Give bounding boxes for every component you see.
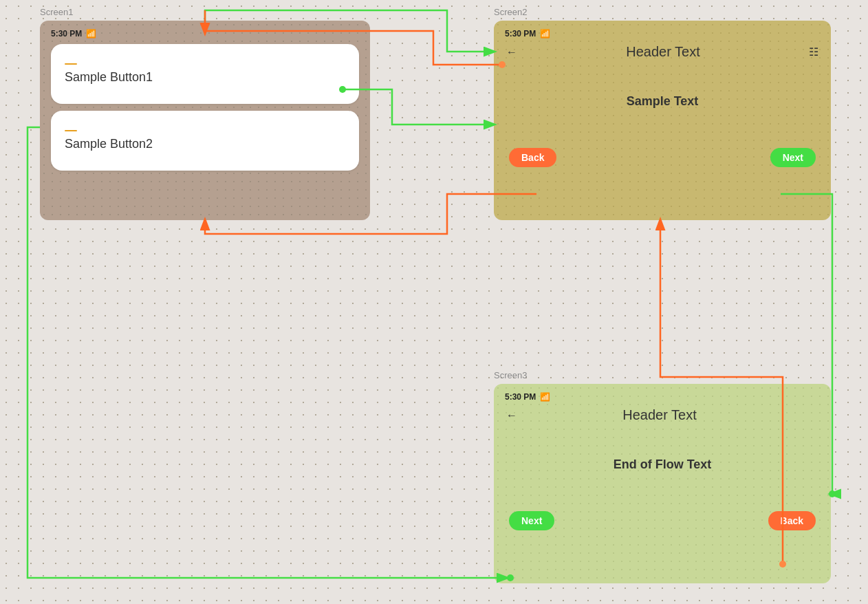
btn2-label: Sample Button2 xyxy=(65,137,345,151)
screen3-back-button[interactable]: Back xyxy=(768,511,816,530)
screen3-back-arrow-icon[interactable]: ← xyxy=(506,409,517,422)
screen1-wrapper: Screen1 5:30 PM 📶 Sample Button1 Sample … xyxy=(40,21,370,220)
screen2-grid-icon[interactable]: ☷ xyxy=(809,45,818,58)
screen3-next-button[interactable]: Next xyxy=(509,511,554,530)
screen2: 5:30 PM 📶 ← Header Text ☷ Sample Text Ba… xyxy=(494,21,831,220)
screen3: 5:30 PM 📶 ← Header Text End of Flow Text… xyxy=(494,384,831,583)
screen3-time: 5:30 PM xyxy=(505,392,536,402)
screen2-status-bar: 5:30 PM 📶 xyxy=(501,28,824,41)
screen1-buttons: Sample Button1 Sample Button2 xyxy=(47,44,363,171)
screen1-status-bar: 5:30 PM 📶 xyxy=(47,28,363,44)
screen2-next-button[interactable]: Next xyxy=(770,148,816,167)
screen2-time: 5:30 PM xyxy=(505,29,536,39)
screen2-wrapper: Screen2 5:30 PM 📶 ← Header Text ☷ Sample… xyxy=(494,21,831,220)
screen3-label: Screen3 xyxy=(494,370,527,380)
screen2-wifi-icon: 📶 xyxy=(540,29,550,39)
screen3-header: ← Header Text xyxy=(501,405,824,423)
screen2-body-text: Sample Text xyxy=(627,94,699,109)
screen2-body: Sample Text xyxy=(501,60,824,142)
screen2-header-title: Header Text xyxy=(517,44,809,60)
screen2-label: Screen2 xyxy=(494,7,527,17)
screen3-footer: Next Back xyxy=(501,506,824,536)
screen2-back-arrow-icon[interactable]: ← xyxy=(506,46,517,58)
screen2-back-button[interactable]: Back xyxy=(509,148,556,167)
screen3-status-bar: 5:30 PM 📶 xyxy=(501,391,824,405)
screen3-body: End of Flow Text xyxy=(501,423,824,506)
screen2-footer: Back Next xyxy=(501,142,824,173)
screen1-wifi-icon: 📶 xyxy=(86,29,96,39)
screen3-body-text: End of Flow Text xyxy=(614,457,712,472)
screen3-wifi-icon: 📶 xyxy=(540,392,550,402)
screen3-header-title: Header Text xyxy=(517,407,802,423)
btn1-label: Sample Button1 xyxy=(65,70,345,85)
screen3-wrapper: Screen3 5:30 PM 📶 ← Header Text End of F… xyxy=(494,384,831,583)
sample-button2[interactable]: Sample Button2 xyxy=(51,111,359,171)
screen1-time: 5:30 PM xyxy=(51,29,82,39)
btn1-dash xyxy=(65,63,77,65)
btn2-dash xyxy=(65,130,77,131)
screen1-label: Screen1 xyxy=(40,7,73,17)
sample-button1[interactable]: Sample Button1 xyxy=(51,44,359,104)
screen1: 5:30 PM 📶 Sample Button1 Sample Button2 xyxy=(40,21,370,220)
screen2-header: ← Header Text ☷ xyxy=(501,41,824,60)
